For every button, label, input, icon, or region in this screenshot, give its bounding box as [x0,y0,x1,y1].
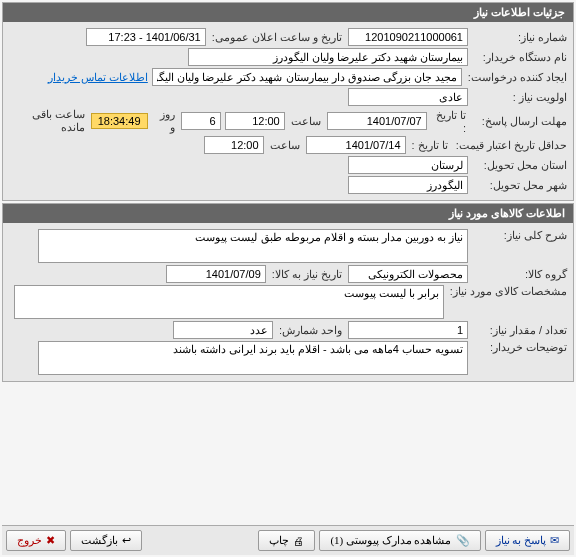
buyer-org-field[interactable] [188,48,468,66]
panel1-title: جزئیات اطلاعات نیاز [3,3,573,22]
priority-label: اولویت نیاز : [472,91,567,104]
to-date-label-2: تا تاریخ : [410,139,450,152]
unit-field[interactable] [173,321,273,339]
need-details-panel: جزئیات اطلاعات نیاز شماره نیاز: تاریخ و … [2,2,574,201]
reply-button-label: پاسخ به نیاز [496,534,547,547]
desc-label: شرح کلی نیاز: [472,229,567,242]
creator-field[interactable] [152,68,462,86]
time-label-1: ساعت [289,115,323,128]
public-datetime-label: تاریخ و ساعت اعلان عمومی: [210,31,344,44]
creator-label: ایجاد کننده درخواست: [466,71,567,84]
exit-button-label: خروج [17,534,42,547]
attachment-icon: 📎 [456,534,470,547]
city-label: شهر محل تحویل: [472,179,567,192]
reply-time-field[interactable] [225,112,285,130]
print-button-label: چاپ [269,534,289,547]
exit-icon: ✖ [46,534,55,547]
need-date-field[interactable] [166,265,266,283]
city-field[interactable] [348,176,468,194]
days-remaining-field[interactable] [181,112,221,130]
buyer-org-label: نام دستگاه خریدار: [472,51,567,64]
validity-time-field[interactable] [204,136,264,154]
unit-label: واحد شمارش: [277,324,344,337]
to-date-label-1: تا تاریخ : [431,109,468,134]
group-label: گروه کالا: [472,268,567,281]
need-date-label: تاریخ نیاز به کالا: [270,268,344,281]
goods-info-panel: اطلاعات کالاهای مورد نیاز شرح کلی نیاز: … [2,203,574,382]
group-field[interactable] [348,265,468,283]
back-button[interactable]: ↩ بازگشت [70,530,142,551]
province-label: استان محل تحویل: [472,159,567,172]
reply-deadline-label: مهلت ارسال پاسخ: [472,115,567,128]
exit-button[interactable]: ✖ خروج [6,530,66,551]
back-button-label: بازگشت [81,534,118,547]
validity-date-field[interactable] [306,136,406,154]
print-button[interactable]: 🖨 چاپ [258,530,315,551]
spec-field[interactable] [14,285,444,319]
need-number-field[interactable] [348,28,468,46]
qty-field[interactable] [348,321,468,339]
footer-toolbar: ✉ پاسخ به نیاز 📎 مشاهده مدارک پیوستی (1)… [2,525,574,555]
priority-field[interactable] [348,88,468,106]
reply-date-field[interactable] [327,112,427,130]
time-label-2: ساعت [268,139,302,152]
reply-icon: ✉ [550,534,559,547]
days-and-label: روز و [152,108,177,134]
buyer-contact-link[interactable]: اطلاعات تماس خریدار [48,71,148,84]
print-icon: 🖨 [293,535,304,547]
province-field[interactable] [348,156,468,174]
back-icon: ↩ [122,534,131,547]
time-remaining-badge: 18:34:49 [91,113,148,129]
time-remaining-suffix: ساعت باقی مانده [9,108,87,134]
reply-button[interactable]: ✉ پاسخ به نیاز [485,530,571,551]
public-datetime-field[interactable] [86,28,206,46]
need-number-label: شماره نیاز: [472,31,567,44]
validity-label: حداقل تاریخ اعتبار قیمت: [454,139,567,152]
spec-label: مشخصات کالای مورد نیاز: [448,285,567,298]
buyer-notes-field[interactable] [38,341,468,375]
attachments-button[interactable]: 📎 مشاهده مدارک پیوستی (1) [319,530,480,551]
desc-field[interactable] [38,229,468,263]
attachments-button-label: مشاهده مدارک پیوستی (1) [330,534,451,547]
buyer-notes-label: توضیحات خریدار: [472,341,567,354]
qty-label: تعداد / مقدار نیاز: [472,324,567,337]
panel2-title: اطلاعات کالاهای مورد نیاز [3,204,573,223]
